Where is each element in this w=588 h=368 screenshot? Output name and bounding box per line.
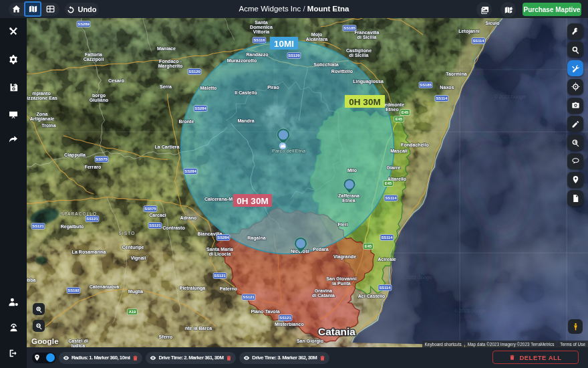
svg-text:Rovittello: Rovittello [331,69,353,74]
svg-text:SS114: SS114 [379,286,391,290]
svg-text:Catania: Catania [318,326,355,337]
svg-text:SS575: SS575 [96,157,108,161]
svg-text:Maletto: Maletto [200,86,217,91]
svg-text:Serra: Serra [160,84,172,90]
svg-text:Taormina: Taormina [446,72,466,77]
svg-text:lizzazione Eas: lizzazione Eas [27,96,57,101]
svg-text:Linguaglossa: Linguaglossa [353,79,384,84]
svg-text:Naxos: Naxos [440,85,454,90]
svg-text:SS185: SS185 [343,26,355,30]
svg-text:Acireale: Acireale [378,257,396,262]
svg-text:Mandra: Mandra [237,118,254,124]
svg-text:SS121: SS121 [32,224,44,228]
svg-text:Contrasto: Contrasto [162,225,185,231]
svg-text:SS114: SS114 [436,96,448,100]
svg-text:Muglia: Muglia [128,289,144,294]
svg-text:E45: E45 [385,181,392,185]
svg-text:la Punta: la Punta [332,281,351,286]
svg-text:SS121: SS121 [214,274,226,278]
svg-text:SS114: SS114 [381,236,393,240]
svg-text:E45: E45 [402,110,409,114]
svg-text:Viagrande: Viagrande [333,254,356,260]
svg-text:Murazzorotto: Murazzorotto [227,58,257,64]
svg-text:SISTO: SISTO [119,231,136,236]
svg-text:Parco dell'Etna: Parco dell'Etna [272,148,306,154]
svg-text:Randazzo: Randazzo [246,52,269,58]
svg-text:Siculo: Siculo [485,21,500,26]
svg-text:La Rosamarina: La Rosamarina [72,250,106,255]
svg-text:Ragalna: Ragalna [247,236,266,241]
svg-text:Sferro: Sferro [159,335,174,340]
svg-text:Troina: Troina [41,123,55,128]
svg-text:di Catania: di Catania [312,293,335,298]
svg-text:E45: E45 [365,244,372,248]
svg-text:di Licocia: di Licocia [209,252,231,257]
svg-text:Etnea: Etnea [342,198,355,203]
svg-text:0H 30M: 0H 30M [349,97,380,107]
svg-text:Pirao: Pirao [267,85,279,90]
svg-text:Giuliano: Giuliano [90,98,109,103]
svg-text:Vittoria: Vittoria [253,29,269,35]
svg-text:Solicchiata: Solicchiata [313,62,339,68]
svg-text:di Sicilia: di Sicilia [349,53,369,58]
svg-text:SS114: SS114 [385,196,397,200]
svg-text:SS121: SS121 [279,316,291,320]
svg-text:Paterno: Paterno [220,286,238,292]
svg-text:E45: E45 [396,117,403,121]
svg-text:ubba: ubba [27,278,36,283]
svg-text:La Cartiera: La Cartiera [154,145,179,150]
svg-text:Centuripe: Centuripe [122,245,144,250]
svg-text:SS192: SS192 [67,288,79,292]
svg-text:SS116: SS116 [253,38,265,42]
svg-text:© 2023 Google: © 2023 Google [401,275,432,280]
svg-text:SS185: SS185 [420,83,432,87]
svg-text:© 20: © 20 [555,248,565,253]
svg-text:Misterbianco: Misterbianco [275,322,304,327]
svg-text:Regalbuto: Regalbuto [61,224,84,229]
svg-text:Carcaci: Carcaci [149,213,166,218]
svg-text:SS121: SS121 [149,223,161,227]
svg-text:Cesarò: Cesarò [108,78,125,84]
svg-text:SS121: SS121 [86,217,98,221]
svg-text:Pietralunga: Pietralunga [180,286,206,291]
svg-text:10MI: 10MI [274,39,294,49]
svg-text:Milo: Milo [347,168,357,173]
svg-text:Calcerana-M: Calcerana-M [204,197,233,202]
svg-text:Fleri: Fleri [338,222,348,227]
svg-text:© 2023 Google: © 2023 Google [494,94,526,100]
svg-text:Etneo: Etneo [386,107,399,112]
svg-text:Margherito: Margherito [158,64,183,69]
svg-text:Piano Tavola: Piano Tavola [251,309,279,314]
svg-text:SS289: SS289 [78,22,90,26]
svg-text:© 2023 Google: © 2023 Google [454,308,486,314]
svg-text:San Giorgio: San Giorgio [297,339,324,344]
svg-text:SS284: SS284 [194,106,206,110]
svg-text:SS284: SS284 [217,236,229,240]
svg-text:Letojanni: Letojanni [458,29,480,34]
svg-text:Vignali: Vignali [130,256,146,261]
svg-text:Cazzipoli: Cazzipoli [84,57,104,62]
svg-text:Mascali: Mascali [390,149,408,154]
svg-text:SS120: SS120 [188,70,200,74]
svg-text:Pedara: Pedara [313,247,329,252]
svg-text:Artigianale: Artigianale [30,116,55,122]
svg-text:SS121: SS121 [243,295,255,299]
svg-text:nte la Barca: nte la Barca [185,326,212,331]
svg-text:SS575: SS575 [144,207,156,211]
svg-text:Ciappulla: Ciappulla [64,153,86,158]
svg-text:A19: A19 [129,310,136,314]
svg-text:Fondachello: Fondachello [401,143,429,148]
svg-text:Ferraro: Ferraro [85,165,102,170]
svg-text:Catenanuova: Catenanuova [90,284,120,290]
svg-text:Giarre: Giarre [387,165,401,171]
svg-text:Adrano: Adrano [180,215,197,221]
svg-text:di Sicilia: di Sicilia [357,35,377,40]
svg-text:SS114: SS114 [472,39,484,43]
svg-text:SS120: SS120 [288,54,299,58]
svg-text:Alcantara: Alcantara [306,37,327,42]
svg-text:Il Castello: Il Castello [235,90,257,96]
svg-text:0H 30M: 0H 30M [237,196,268,206]
svg-text:Bronte: Bronte [179,119,194,124]
svg-text:SS284: SS284 [184,169,196,173]
svg-text:SPARACOLLO: SPARACOLLO [61,211,97,216]
